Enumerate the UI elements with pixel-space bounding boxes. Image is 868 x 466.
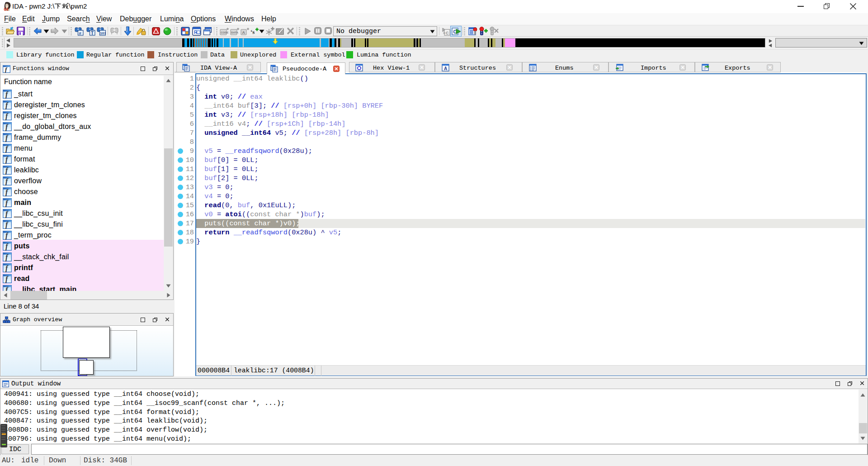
svg-text:101: 101 (100, 31, 106, 35)
svg-text:‘s: ‘s (250, 29, 255, 35)
svg-text:64: 64 (4, 7, 9, 11)
svg-text:C: C (446, 31, 449, 35)
svg-text:#: # (79, 31, 82, 36)
svg-text:CODE: CODE (221, 31, 228, 34)
svg-text:T: T (91, 31, 94, 36)
svg-text:A: A (242, 30, 245, 35)
svg-text:DATA: DATA (231, 31, 238, 34)
